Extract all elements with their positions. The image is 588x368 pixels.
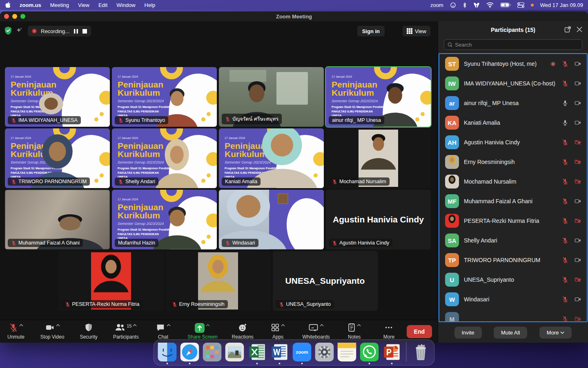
menu-item-view[interactable]: View [78, 2, 89, 8]
muted-mic-icon [562, 316, 568, 322]
video-tile[interactable]: 17 Januari 2024PeninjauanKurikulumSemest… [326, 67, 431, 127]
participant-row[interactable]: TPTRIWORO PARNONINGRUM [439, 250, 587, 270]
menu-zoom-status[interactable]: zoom [430, 2, 443, 8]
video-tile[interactable]: Erny Roesminingsih [166, 251, 271, 311]
wifi-icon[interactable] [486, 2, 494, 8]
video-on-icon [575, 257, 581, 263]
running-indicator-dot [391, 363, 393, 364]
video-tile[interactable]: Agustin Hanivia CindyAgustin Hanivia Cin… [326, 190, 431, 249]
participant-row[interactable]: AHAgustin Hanivia Cindy [439, 132, 587, 152]
dock-icon-word[interactable] [270, 343, 289, 361]
participant-row[interactable]: UUNESA_Supriyanto [439, 270, 587, 289]
video-tile[interactable]: UNESA_SupriyantoUNESA_Supriyanto [273, 251, 378, 311]
bluetooth-icon[interactable] [463, 2, 467, 8]
close-panel-icon[interactable] [577, 27, 582, 34]
dock-icon-excel[interactable] [248, 343, 267, 361]
sign-in-button[interactable]: Sign in [357, 26, 385, 36]
battery-icon[interactable] [500, 2, 511, 8]
unmute-button[interactable]: Unmute [6, 323, 26, 340]
menu-clock[interactable]: Wed 17 Jan 09.09 [540, 2, 583, 8]
dock-icon-zoom[interactable]: zoom [293, 343, 312, 361]
dock-icon-trash[interactable] [412, 343, 430, 361]
ai-companion-icon[interactable] [16, 27, 23, 36]
tile-name-label: PESERTA-Rezki Nurma Fitria [62, 300, 143, 308]
minimize-window-button[interactable] [12, 14, 17, 19]
more-button[interactable]: More [379, 323, 399, 340]
participant-row[interactable]: Mochamad Nursalim [439, 172, 587, 191]
video-tile[interactable]: 17 Januari 2024PeninjauanKurikulumSemest… [5, 67, 110, 127]
mute-all-button[interactable]: Mute All [494, 327, 527, 339]
notes-button[interactable]: Notes [344, 323, 365, 340]
control-center-icon[interactable] [517, 2, 524, 8]
participant-row[interactable]: arainur rifqi_ MP Unesa [439, 93, 587, 113]
tile-name-label: Syunu Trihantoyo [115, 116, 168, 124]
airpods-icon[interactable] [450, 2, 456, 8]
menu-item-edit[interactable]: Edit [98, 2, 107, 8]
menu-item-help[interactable]: Help [145, 2, 156, 8]
security-button[interactable]: Security [78, 323, 99, 340]
dock-icon-photos[interactable] [225, 343, 244, 361]
reactions-button[interactable]: Reactions [232, 323, 253, 340]
fullscreen-window-button[interactable] [20, 14, 25, 19]
whiteboards-button[interactable]: Whiteboards [302, 323, 330, 340]
video-tile[interactable]: 17 Januari 2024PeninjauanKurikulumSemest… [219, 128, 324, 188]
tile-name-label: Windasari [222, 239, 258, 247]
share-icon [195, 323, 205, 333]
menu-item-meeting[interactable]: Meeting [50, 2, 69, 8]
end-meeting-button[interactable]: End [407, 325, 432, 338]
participant-row[interactable]: WWindasari [439, 289, 587, 309]
dock-icon-finder[interactable] [158, 343, 177, 361]
participant-row[interactable]: M [439, 309, 587, 322]
participant-row[interactable]: SAShelly Andari [439, 231, 587, 250]
apps-button[interactable]: Apps [268, 323, 288, 340]
participant-row[interactable]: Erny Roesminingsih [439, 152, 587, 172]
video-tile[interactable]: Muhammad Faizal A Ghani [5, 190, 110, 249]
dock-icon-launchpad[interactable] [203, 343, 222, 361]
participants-search[interactable] [444, 39, 582, 50]
camera-icon [45, 323, 55, 332]
share-screen-button[interactable]: Share Screen [187, 323, 217, 340]
invite-button[interactable]: Invite [454, 327, 482, 339]
close-window-button[interactable] [4, 14, 9, 19]
video-tile[interactable]: บัญจรัตน์ ศรีษะสมุทร [219, 67, 324, 127]
video-tile[interactable]: 17 Januari 2024PeninjauanKurikulumSemest… [112, 67, 217, 127]
more-panel-button[interactable]: More [539, 327, 572, 339]
muted-mic-icon [562, 159, 568, 165]
dock-icon-settings[interactable] [315, 343, 334, 361]
pause-recording-button[interactable] [74, 29, 78, 34]
malwarebytes-icon[interactable] [473, 2, 480, 8]
dock-icon-notes[interactable] [338, 343, 356, 361]
dock-icon-safari[interactable] [180, 343, 199, 361]
view-button[interactable]: View [403, 26, 430, 36]
search-input[interactable] [455, 42, 579, 48]
participants-button[interactable]: 15Participants [113, 323, 139, 340]
stop-recording-button[interactable] [82, 29, 87, 34]
participant-row[interactable]: KAKaniati Amalia [439, 113, 587, 132]
muted-mic-icon [332, 240, 337, 246]
stop-video-button[interactable]: Stop Video [40, 323, 65, 340]
participant-row[interactable]: IWIMA WIDIYANAH_UNESA (Co-host) [439, 74, 587, 93]
recording-dot-icon [32, 29, 37, 34]
participant-row[interactable]: PESERTA-Rezki Nurma Fitria [439, 211, 587, 231]
video-tile[interactable]: 17 Januari 2024PeninjauanKurikulumSemest… [5, 128, 110, 188]
dock-icon-whatsapp[interactable] [360, 343, 379, 361]
video-tile[interactable]: 17 Januari 2024PeninjauanKurikulumSemest… [112, 190, 217, 249]
chat-button[interactable]: Chat [153, 323, 173, 340]
participant-row[interactable]: STSyunu Trihantoyo (Host, me) [439, 54, 587, 74]
menu-item-window[interactable]: Window [116, 2, 135, 8]
dock-icon-powerpoint[interactable] [383, 343, 401, 361]
participant-row[interactable]: MFMuhammad Faizal A Ghani [439, 191, 587, 211]
video-tile[interactable]: Mochamad Nursalim [326, 128, 431, 188]
video-tile[interactable]: PESERTA-Rezki Nurma Fitria [59, 251, 164, 311]
video-tile[interactable]: 17 Januari 2024PeninjauanKurikulumSemest… [112, 128, 217, 188]
participant-name: Windasari [464, 296, 557, 303]
apple-menu-icon[interactable] [5, 2, 11, 8]
meeting-info-shield-icon[interactable] [4, 26, 12, 37]
macos-dock: zoom [154, 339, 435, 366]
menu-app-name[interactable]: zoom.us [20, 2, 41, 8]
tile-name-label: บัญจรัตน์ ศรีษะสมุทร [222, 114, 282, 124]
popout-panel-icon[interactable] [564, 26, 571, 34]
video-tile[interactable]: Windasari [219, 190, 324, 249]
macos-menu-bar: zoom.us MeetingViewEditWindowHelp zoom W… [0, 0, 588, 10]
video-on-icon [575, 237, 581, 244]
